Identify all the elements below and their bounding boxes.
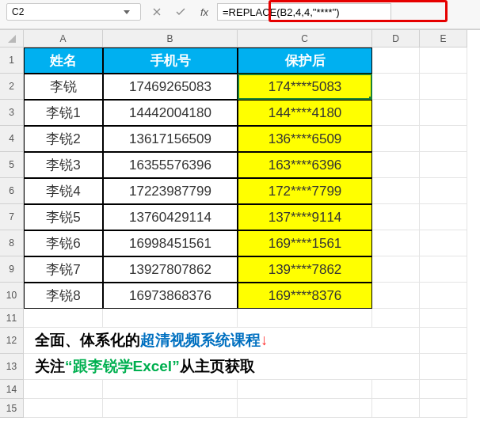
col-head-B[interactable]: B — [103, 30, 238, 47]
header-masked[interactable]: 保护后 — [238, 47, 372, 74]
cell-C5[interactable]: 163****6396 — [238, 152, 372, 178]
name-box-dropdown[interactable] — [118, 4, 135, 20]
fx-icon[interactable]: fx — [196, 6, 212, 18]
cell-B7[interactable]: 13760429114 — [103, 204, 238, 230]
cell-E6[interactable] — [420, 178, 467, 204]
cell-D2[interactable] — [372, 74, 420, 100]
cell-A5[interactable]: 李锐3 — [24, 152, 103, 178]
cell-E15[interactable] — [420, 399, 467, 418]
cell-E8[interactable] — [420, 230, 467, 256]
cell-D1[interactable] — [372, 47, 420, 74]
cell-D14[interactable] — [372, 380, 420, 399]
cell-E5[interactable] — [420, 152, 467, 178]
col-head-D[interactable]: D — [372, 30, 420, 47]
cell-D7[interactable] — [372, 204, 420, 230]
cell-D12[interactable] — [372, 328, 420, 354]
row-head-3[interactable]: 3 — [0, 100, 24, 126]
cell-C9[interactable]: 139****7862 — [238, 256, 372, 283]
cell-E7[interactable] — [420, 204, 467, 230]
cell-D11[interactable] — [372, 309, 420, 328]
cell-C6[interactable]: 172****7799 — [238, 178, 372, 204]
cell-A3[interactable]: 李锐1 — [24, 100, 103, 126]
cell-D9[interactable] — [372, 256, 420, 283]
cell-E11[interactable] — [420, 309, 467, 328]
cell-B14[interactable] — [103, 380, 238, 399]
row-head-12[interactable]: 12 — [0, 328, 24, 354]
formula-bar-region: fx — [0, 0, 480, 29]
col-head-A[interactable]: A — [24, 30, 103, 47]
cell-C2[interactable]: 174****5083 — [238, 74, 372, 100]
cell-B9[interactable]: 13927807862 — [103, 256, 238, 283]
col-head-C[interactable]: C — [238, 30, 372, 47]
cell-A14[interactable] — [24, 380, 103, 399]
confirm-formula-icon[interactable] — [173, 8, 189, 16]
cell-C14[interactable] — [238, 380, 372, 399]
cell-E2[interactable] — [420, 74, 467, 100]
cell-A10[interactable]: 李锐8 — [24, 283, 103, 309]
cell-E1[interactable] — [420, 47, 467, 74]
cancel-formula-icon[interactable] — [149, 8, 165, 16]
name-box[interactable] — [6, 3, 141, 21]
cell-A9[interactable]: 李锐7 — [24, 256, 103, 283]
row-head-5[interactable]: 5 — [0, 152, 24, 178]
row-head-4[interactable]: 4 — [0, 126, 24, 152]
row-head-7[interactable]: 7 — [0, 204, 24, 230]
cell-A8[interactable]: 李锐6 — [24, 230, 103, 256]
cell-B10[interactable]: 16973868376 — [103, 283, 238, 309]
cell-A15[interactable] — [24, 399, 103, 418]
cell-D5[interactable] — [372, 152, 420, 178]
cell-D6[interactable] — [372, 178, 420, 204]
header-name[interactable]: 姓名 — [24, 47, 103, 74]
row-head-14[interactable]: 14 — [0, 380, 24, 399]
row-head-10[interactable]: 10 — [0, 283, 24, 309]
cell-D8[interactable] — [372, 230, 420, 256]
row-head-6[interactable]: 6 — [0, 178, 24, 204]
cell-C8[interactable]: 169****1561 — [238, 230, 372, 256]
cell-D13[interactable] — [372, 354, 420, 380]
cell-B4[interactable]: 13617156509 — [103, 126, 238, 152]
cell-D4[interactable] — [372, 126, 420, 152]
cell-D3[interactable] — [372, 100, 420, 126]
cell-A7[interactable]: 李锐5 — [24, 204, 103, 230]
cell-B2[interactable]: 17469265083 — [103, 74, 238, 100]
formula-input-wrap — [217, 3, 474, 21]
row-head-1[interactable]: 1 — [0, 47, 24, 74]
cell-A2[interactable]: 李锐 — [24, 74, 103, 100]
col-head-E[interactable]: E — [420, 30, 467, 47]
cell-C4[interactable]: 136****6509 — [238, 126, 372, 152]
cell-B11[interactable] — [103, 309, 238, 328]
formula-input[interactable] — [217, 3, 391, 21]
cell-D10[interactable] — [372, 283, 420, 309]
row-head-9[interactable]: 9 — [0, 256, 24, 283]
cell-E10[interactable] — [420, 283, 467, 309]
spreadsheet-grid[interactable]: A B C D E 1 姓名 手机号 保护后 2李锐17469265083174… — [0, 29, 480, 418]
row-head-11[interactable]: 11 — [0, 309, 24, 328]
cell-E3[interactable] — [420, 100, 467, 126]
select-all-corner[interactable] — [0, 30, 24, 47]
header-phone[interactable]: 手机号 — [103, 47, 238, 74]
cell-B6[interactable]: 17223987799 — [103, 178, 238, 204]
cell-E12[interactable] — [420, 328, 467, 354]
cell-B3[interactable]: 14442004180 — [103, 100, 238, 126]
cell-E4[interactable] — [420, 126, 467, 152]
name-box-input[interactable] — [7, 5, 118, 19]
cell-B8[interactable]: 16998451561 — [103, 230, 238, 256]
cell-A6[interactable]: 李锐4 — [24, 178, 103, 204]
cell-A11[interactable] — [24, 309, 103, 328]
cell-B5[interactable]: 16355576396 — [103, 152, 238, 178]
cell-B15[interactable] — [103, 399, 238, 418]
cell-D15[interactable] — [372, 399, 420, 418]
cell-C10[interactable]: 169****8376 — [238, 283, 372, 309]
row-head-13[interactable]: 13 — [0, 354, 24, 380]
row-head-8[interactable]: 8 — [0, 230, 24, 256]
cell-C11[interactable] — [238, 309, 372, 328]
cell-C15[interactable] — [238, 399, 372, 418]
cell-C7[interactable]: 137****9114 — [238, 204, 372, 230]
cell-E14[interactable] — [420, 380, 467, 399]
cell-E9[interactable] — [420, 256, 467, 283]
row-head-2[interactable]: 2 — [0, 74, 24, 100]
cell-A4[interactable]: 李锐2 — [24, 126, 103, 152]
cell-C3[interactable]: 144****4180 — [238, 100, 372, 126]
cell-E13[interactable] — [420, 354, 467, 380]
row-head-15[interactable]: 15 — [0, 399, 24, 418]
